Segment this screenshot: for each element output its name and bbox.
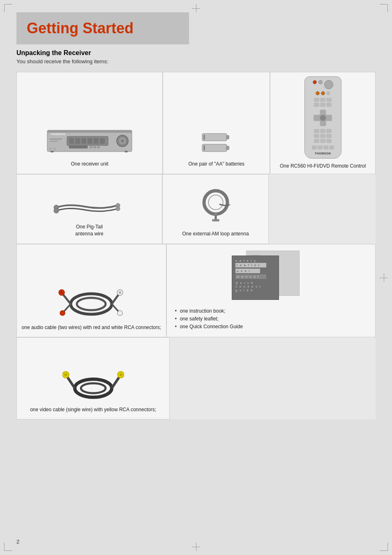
remote-top-btns: [307, 80, 339, 89]
docs-cell: safety leaflet s a f e t y l e a f l e t…: [166, 244, 376, 338]
pigtail-label: One Pig-Tailantenna wire: [75, 223, 104, 237]
page: Getting Started Unpacking the Receiver Y…: [0, 0, 392, 555]
svg-point-32: [116, 207, 120, 211]
svg-point-41: [60, 291, 63, 294]
svg-rect-7: [88, 138, 92, 144]
am-antenna-label: One external AM loop antenna: [182, 230, 249, 237]
crosshair-right: [380, 274, 388, 282]
page-title: Getting Started: [27, 20, 179, 37]
am-antenna-svg: [199, 185, 232, 230]
receiver-svg: THOMSON: [46, 126, 133, 155]
svg-rect-26: [202, 144, 227, 152]
svg-rect-21: [50, 138, 62, 140]
doc-manual-text: m a n u a l: [235, 274, 266, 279]
svg-rect-13: [97, 146, 100, 148]
docs-bullet-list: one instruction book; one safety leaflet…: [175, 307, 243, 331]
svg-rect-23: [202, 134, 227, 141]
doc-quick-text: Q u i c k: [235, 281, 275, 284]
audio-cable-label: one audio cable (two wires) with red and…: [22, 324, 161, 331]
svg-rect-22: [50, 141, 58, 142]
section-title: Unpacking the Receiver: [16, 49, 376, 57]
doc-connect-text: c o n n e c t: [235, 285, 275, 288]
svg-rect-20: [125, 151, 128, 152]
doc-front: s a f e t y l e a f l e t u s e r m a n …: [232, 256, 279, 300]
doc-guide-text: g u i d e: [235, 289, 275, 292]
section-subtitle: You should receive the following items:: [16, 58, 376, 64]
docs-illustration: safety leaflet s a f e t y l e a f l e t…: [175, 251, 367, 300]
svg-rect-5: [75, 138, 80, 144]
svg-rect-28: [203, 145, 205, 150]
svg-point-43: [119, 291, 121, 294]
svg-rect-12: [93, 146, 96, 148]
batteries-illustration: [200, 130, 233, 157]
am-antenna-illustration: [199, 189, 232, 226]
remote-btns-more: [314, 129, 332, 143]
svg-point-30: [54, 208, 59, 213]
items-row-2: One Pig-Tailantenna wire: [16, 174, 376, 244]
remote-illustration: THOMSON: [304, 76, 341, 159]
header-box: Getting Started: [16, 12, 189, 44]
video-cable-label: one video cable (single wire) with yello…: [30, 406, 156, 413]
pigtail-illustration: [52, 195, 126, 219]
svg-text:THOMSON: THOMSON: [51, 133, 65, 136]
remote-label: One RC560 HI-FI/DVD Remote Control: [280, 163, 366, 170]
svg-rect-19: [51, 151, 54, 152]
video-cable-illustration: [62, 366, 124, 402]
am-antenna-cell: One external AM loop antenna: [162, 174, 269, 244]
doc-leaflet-text: l e a f l e t: [235, 263, 266, 267]
svg-rect-36: [212, 219, 219, 221]
items-row-3: one audio cable (two wires) with red and…: [16, 244, 376, 338]
doc-item-2: one safety leaflet;: [175, 315, 243, 323]
svg-rect-27: [226, 146, 229, 150]
audio-cable-svg: [58, 281, 124, 318]
remote-cell: THOMSON One RC560 HI-FI/DVD Remote Contr…: [270, 72, 376, 174]
remote-numgrid: [314, 98, 332, 107]
doc-safety-text: s a f e t y: [235, 259, 275, 262]
svg-rect-25: [203, 135, 205, 140]
svg-point-47: [81, 383, 106, 393]
corner-mark-tl: [4, 4, 12, 12]
pigtail-cell: One Pig-Tailantenna wire: [16, 174, 162, 244]
svg-point-51: [119, 373, 122, 376]
svg-point-45: [118, 311, 122, 315]
svg-point-17: [49, 147, 52, 150]
corner-mark-bl: [4, 543, 12, 551]
spacer-cell: [269, 174, 376, 244]
audio-cable-cell: one audio cable (two wires) with red and…: [16, 244, 166, 338]
audio-cable-illustration: [58, 281, 124, 320]
doc-item-1: one instruction book;: [175, 307, 243, 315]
svg-rect-4: [69, 138, 74, 144]
svg-point-44: [60, 311, 65, 315]
row4-spacer: [170, 337, 376, 419]
receiver-illustration: THOMSON: [46, 126, 133, 157]
pigtail-svg: [52, 195, 126, 218]
svg-rect-10: [69, 146, 88, 148]
crosshair-bottom: [192, 543, 200, 551]
doc-user-text: u s e r: [235, 269, 260, 273]
video-cable-cell: one video cable (single wire) with yello…: [16, 337, 170, 419]
remote-transport: [312, 145, 334, 150]
remote-brand-label: THOMSON: [315, 152, 331, 155]
svg-rect-6: [81, 138, 86, 144]
batteries-cell: One pair of "AA" batteries: [163, 72, 270, 174]
remote-row2: [316, 91, 330, 95]
remote-dpad: [314, 110, 332, 126]
svg-rect-9: [100, 138, 105, 144]
svg-point-39: [77, 298, 106, 310]
svg-point-33: [204, 191, 227, 214]
docs-container: safety leaflet s a f e t y l e a f l e t…: [230, 251, 312, 300]
crosshair-top: [192, 4, 200, 12]
batteries-svg: [200, 130, 233, 155]
corner-mark-tr: [380, 4, 388, 12]
receiver-label: One receiver unit: [71, 161, 108, 168]
corner-mark-br: [380, 543, 388, 551]
svg-rect-24: [226, 135, 229, 139]
video-cable-svg: [62, 366, 124, 401]
items-row-4: one video cable (single wire) with yello…: [16, 337, 376, 419]
page-number: 2: [16, 539, 19, 545]
svg-rect-11: [90, 146, 92, 148]
receiver-cell: THOMSON: [16, 72, 163, 174]
svg-point-16: [121, 140, 124, 142]
items-row-1: THOMSON: [16, 72, 376, 174]
svg-rect-8: [94, 138, 99, 144]
